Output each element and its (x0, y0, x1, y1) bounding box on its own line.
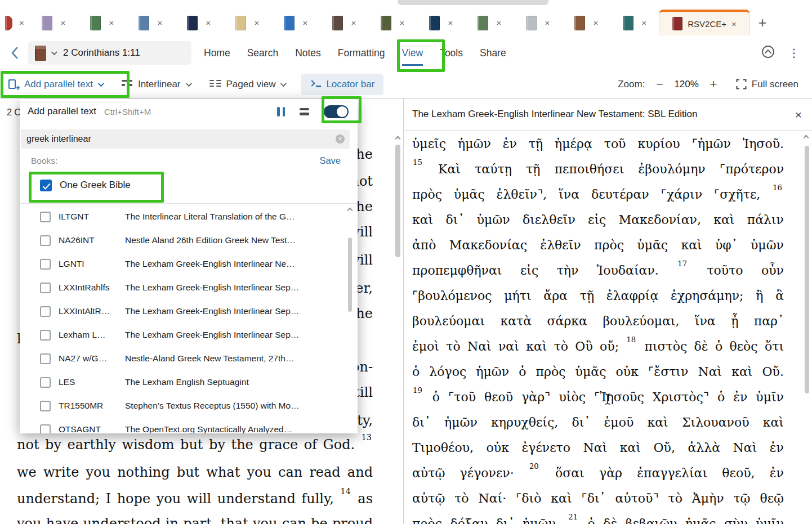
menu-search[interactable]: Search (247, 37, 278, 70)
close-icon[interactable]: × (109, 19, 114, 27)
checkbox-unchecked[interactable] (40, 283, 51, 293)
zoom-in-button[interactable]: + (706, 78, 721, 91)
checkbox-unchecked[interactable] (40, 235, 51, 246)
document-icon (5, 16, 12, 30)
list-view-icon[interactable] (300, 108, 309, 115)
checkbox-unchecked[interactable] (40, 424, 51, 434)
tab-active[interactable]: RSV2CE+× (659, 10, 750, 35)
close-icon[interactable]: × (497, 19, 502, 27)
resource-row[interactable]: Lexham L…The Lexham Greek-English Interl… (20, 323, 358, 347)
tab[interactable]: × (78, 10, 126, 35)
kebab-menu-icon[interactable]: ⋮ (788, 46, 800, 60)
right-scrollbar-thumb[interactable] (805, 146, 809, 393)
resource-abbr: ILTGNT (59, 212, 125, 222)
add-parallel-text-button[interactable]: + Add parallel text (8, 79, 102, 90)
back-button[interactable] (9, 46, 20, 60)
verse-number: 13 (362, 433, 372, 442)
close-icon[interactable]: × (795, 109, 802, 120)
tab[interactable]: × (610, 10, 659, 35)
close-icon[interactable]: × (158, 19, 163, 27)
resource-row[interactable]: NA26INTNestle Aland 26th Edition Greek N… (20, 229, 358, 252)
tab[interactable]: × (29, 10, 78, 35)
close-icon[interactable]: × (351, 19, 356, 27)
new-tab-button[interactable]: + (750, 10, 775, 35)
close-icon[interactable]: × (545, 19, 550, 27)
tab[interactable]: × (368, 10, 417, 35)
left-scrollbar-thumb[interactable] (395, 145, 400, 257)
checkbox-unchecked[interactable] (40, 401, 51, 411)
full-screen-button[interactable]: Full screen (736, 79, 798, 90)
reference-selector[interactable]: 2 Corinthians 1:11 (28, 41, 191, 65)
interlinear-button[interactable]: Interlinear (122, 79, 190, 90)
resource-row[interactable]: LXXIntAltR…The Lexham Greek-English Inte… (20, 299, 358, 323)
checkbox-unchecked[interactable] (40, 353, 51, 364)
menu-share[interactable]: Share (480, 37, 506, 70)
parallel-columns-icon[interactable] (277, 107, 285, 117)
menu-formatting[interactable]: Formatting (338, 37, 385, 70)
search-input[interactable] (21, 129, 350, 149)
resource-abbr: Lexham L… (59, 330, 125, 340)
tab[interactable]: × (562, 10, 610, 35)
close-icon[interactable]: × (400, 19, 405, 27)
zoom-label: Zoom: (618, 79, 645, 90)
resource-row[interactable]: ILTGNTThe Interlinear Literal Translatio… (20, 205, 358, 229)
tab[interactable]: × (514, 10, 562, 35)
resource-row[interactable]: LXXIntRahlfsThe Lexham Greek-English Int… (20, 276, 358, 299)
resource-row[interactable]: NA27 w/G…Nestle-Aland Greek New Testamen… (20, 347, 358, 370)
menu-tools[interactable]: Tools (440, 37, 463, 70)
toggle-knob (337, 106, 347, 117)
collapse-toolbar-button[interactable] (761, 45, 775, 61)
close-icon[interactable]: × (206, 19, 211, 27)
checkbox-checked[interactable] (40, 180, 52, 191)
greek-text-line: προπεμφθῆναι εἰς τὴν Ἰουδαίαν. 17 τοῦτο … (412, 258, 784, 283)
scroll-up-icon[interactable] (395, 136, 401, 142)
selected-resource-row[interactable]: One Greek Bible (40, 176, 349, 195)
reference-text[interactable]: 2 Corinthians 1:11 (63, 47, 140, 59)
resource-row[interactable]: OTSAGNTThe OpenText.org Syntactically An… (20, 418, 358, 433)
resource-row[interactable]: TR1550MRStephen’s Textus Receptus (1550)… (20, 394, 358, 418)
tab[interactable]: × (320, 10, 368, 35)
add-parallel-icon: + (8, 79, 19, 90)
menu-home[interactable]: Home (204, 37, 230, 70)
list-scrollbar-thumb[interactable] (348, 238, 352, 312)
tab[interactable]: × (223, 10, 271, 35)
checkbox-unchecked[interactable] (40, 330, 51, 341)
close-icon[interactable]: × (731, 20, 737, 28)
greek-text-line: βουλεύομαι κατὰ σάρκα βουλεύομαι, ἵνα ᾖ … (412, 308, 784, 334)
zoom-out-button[interactable]: − (652, 78, 667, 91)
paged-view-button[interactable]: Paged view (209, 79, 285, 90)
resource-title: The Interlinear Literal Translation of t… (125, 212, 343, 222)
tab[interactable]: × (271, 10, 320, 35)
tabs-container: ××××××××××××××RSV2CE+×+ (0, 10, 775, 35)
close-icon[interactable]: × (594, 19, 599, 27)
resource-row[interactable]: LGNTIThe Lexham Greek-English Interlinea… (20, 252, 358, 276)
save-link[interactable]: Save (319, 155, 341, 166)
close-icon[interactable]: × (448, 19, 453, 27)
document-icon (284, 16, 295, 30)
resource-row[interactable]: LESThe Lexham English Septuagint (20, 370, 358, 394)
close-icon[interactable]: × (642, 19, 647, 27)
checkbox-unchecked[interactable] (40, 259, 51, 270)
locator-bar-button[interactable]: Locator bar (301, 74, 383, 95)
close-icon[interactable]: × (255, 19, 260, 27)
tab-partial[interactable]: × (0, 10, 29, 35)
clear-search-icon[interactable]: × (336, 135, 345, 144)
panel-toggle[interactable] (324, 105, 349, 118)
books-row: Books: Save (31, 155, 341, 166)
close-icon[interactable]: × (303, 19, 308, 27)
tab[interactable]: × (417, 10, 465, 35)
tab[interactable]: × (465, 10, 514, 35)
menu-notes[interactable]: Notes (295, 37, 321, 70)
verse-number: 14 (341, 487, 351, 496)
scroll-up-icon[interactable] (804, 135, 809, 141)
checkbox-unchecked[interactable] (40, 212, 51, 222)
checkbox-unchecked[interactable] (40, 306, 51, 317)
tab[interactable]: × (175, 10, 223, 35)
close-icon[interactable]: × (61, 19, 66, 27)
menu-view[interactable]: View (402, 37, 423, 70)
resource-title: The OpenText.org Syntactically Analyzed… (125, 424, 343, 433)
close-icon[interactable]: × (19, 19, 24, 27)
verse-number: 17 (677, 259, 687, 268)
checkbox-unchecked[interactable] (40, 377, 51, 388)
tab[interactable]: × (126, 10, 175, 35)
